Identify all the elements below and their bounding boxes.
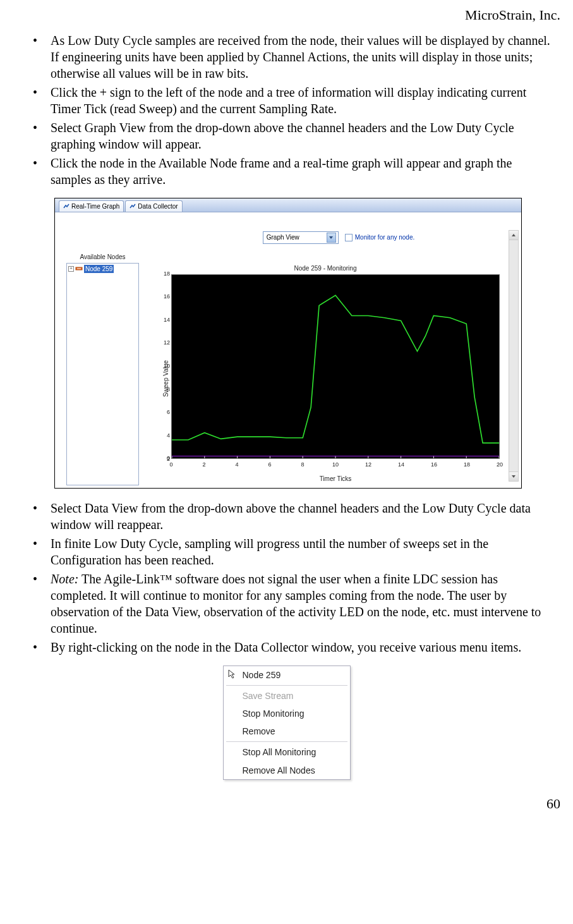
plot-area bbox=[171, 274, 500, 459]
company-header: MicroStrain, Inc. bbox=[19, 6, 560, 25]
menu-save-stream: Save Stream bbox=[224, 687, 350, 705]
note-text: The Agile-Link™ software does not signal… bbox=[51, 572, 541, 635]
x-tick: 20 bbox=[497, 461, 503, 469]
x-tick: 0 bbox=[169, 461, 172, 469]
available-nodes-panel: Available Nodes + Node 259 bbox=[66, 253, 139, 485]
list-item: Select Graph View from the drop-down abo… bbox=[33, 119, 554, 152]
expand-icon[interactable]: + bbox=[68, 266, 74, 272]
x-tick: 10 bbox=[332, 461, 339, 469]
top-bullet-list: As Low Duty Cycle samples are received f… bbox=[33, 32, 554, 188]
tab-label: Real-Time Graph bbox=[71, 202, 119, 210]
controls-row: Graph View Monitor for any node. bbox=[156, 231, 521, 244]
tab-realtime-graph[interactable]: Real-Time Graph bbox=[59, 200, 124, 212]
tree-node-label: Node 259 bbox=[84, 265, 114, 273]
menu-remove[interactable]: Remove bbox=[224, 722, 350, 740]
y-tick: 4 bbox=[159, 432, 170, 440]
list-item: Click the + sign to the left of the node… bbox=[33, 84, 554, 117]
y-tick: 14 bbox=[159, 317, 170, 324]
bottom-bullet-list: Select Data View from the drop-down abov… bbox=[33, 500, 554, 655]
arrow-down-icon bbox=[512, 475, 516, 478]
checkbox-label: Monitor for any node. bbox=[355, 233, 415, 241]
list-item: Note: The Agile-Link™ software does not … bbox=[33, 571, 554, 636]
cursor-icon bbox=[227, 669, 238, 679]
y-tick: 12 bbox=[159, 340, 170, 348]
list-item: As Low Duty Cycle samples are received f… bbox=[33, 32, 554, 82]
panel-label: Available Nodes bbox=[66, 253, 139, 261]
list-item: Select Data View from the drop-down abov… bbox=[33, 500, 554, 533]
monitor-any-node-checkbox[interactable]: Monitor for any node. bbox=[345, 233, 415, 241]
y-tick: 18 bbox=[159, 271, 170, 278]
x-tick: 2 bbox=[202, 461, 205, 469]
chart-title: Node 259 - Monitoring bbox=[145, 264, 506, 272]
chart-panel: Node 259 - Monitoring Sweep Value 18 16 … bbox=[145, 264, 506, 482]
note-label: Note: bbox=[51, 572, 78, 586]
x-tick: 18 bbox=[464, 461, 470, 469]
graph-window-screenshot: Real-Time Graph Data Collector Graph Vie… bbox=[54, 198, 522, 489]
tab-label: Data Collector bbox=[138, 202, 178, 210]
scroll-down-button[interactable] bbox=[509, 471, 518, 481]
tab-bar: Real-Time Graph Data Collector bbox=[55, 198, 521, 212]
menu-header: Node 259 bbox=[224, 666, 350, 684]
y-tick: 6 bbox=[159, 410, 170, 417]
dropdown-value: Graph View bbox=[267, 233, 299, 241]
x-axis-label: Timer Ticks bbox=[171, 475, 500, 483]
list-item: In finite Low Duty Cycle, sampling will … bbox=[33, 535, 554, 568]
x-tick: 8 bbox=[301, 461, 304, 469]
checkbox-icon bbox=[345, 234, 353, 241]
tree-node-259[interactable]: + Node 259 bbox=[68, 265, 137, 273]
chart-box: Sweep Value 18 16 14 12 10 8 6 4 2 0 0 2… bbox=[145, 274, 506, 483]
y-tick: 16 bbox=[159, 293, 170, 301]
chart-svg bbox=[172, 275, 499, 458]
context-menu: Node 259 Save Stream Stop Monitoring Rem… bbox=[223, 666, 351, 780]
x-tick: 16 bbox=[431, 461, 437, 469]
x-tick: 12 bbox=[365, 461, 371, 469]
graph-icon bbox=[63, 203, 69, 209]
tab-data-collector[interactable]: Data Collector bbox=[125, 200, 182, 212]
arrow-up-icon bbox=[512, 234, 516, 236]
view-dropdown[interactable]: Graph View bbox=[263, 231, 339, 244]
x-tick: 4 bbox=[235, 461, 238, 469]
menu-header-label: Node 259 bbox=[243, 670, 281, 680]
separator bbox=[226, 741, 347, 742]
menu-stop-monitoring[interactable]: Stop Monitoring bbox=[224, 705, 350, 722]
x-tick: 6 bbox=[268, 461, 271, 469]
page-number: 60 bbox=[19, 795, 560, 813]
list-item: Click the node in the Available Node fra… bbox=[33, 155, 554, 188]
vertical-scrollbar[interactable] bbox=[509, 230, 519, 482]
graph-icon bbox=[130, 203, 136, 209]
node-icon bbox=[75, 265, 83, 272]
list-item: By right-clicking on the node in the Dat… bbox=[33, 639, 554, 655]
menu-stop-all-monitoring[interactable]: Stop All Monitoring bbox=[224, 743, 350, 761]
node-tree[interactable]: + Node 259 bbox=[66, 263, 139, 485]
y-tick: 10 bbox=[159, 363, 170, 370]
separator bbox=[226, 685, 347, 686]
y-tick: 8 bbox=[159, 386, 170, 394]
x-tick: 14 bbox=[398, 461, 404, 469]
y-tick: 0 bbox=[159, 455, 170, 463]
chevron-down-icon bbox=[327, 233, 336, 243]
scroll-up-button[interactable] bbox=[509, 231, 518, 240]
menu-remove-all-nodes[interactable]: Remove All Nodes bbox=[224, 762, 350, 779]
main-panel: Graph View Monitor for any node. Availab… bbox=[55, 212, 521, 488]
